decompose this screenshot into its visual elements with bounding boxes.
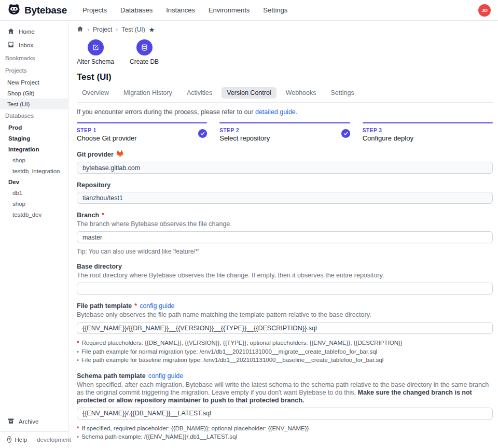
repository-input[interactable] xyxy=(77,192,493,204)
top-navbar: Bytebase Projects Databases Instances En… xyxy=(0,0,498,21)
schema-path-template-description: When specified, after each migration, By… xyxy=(77,381,493,404)
sidebar-db-item-db1[interactable]: db1 xyxy=(0,187,68,198)
note-required-placeholders: * Required placeholders: {{DB_NAME}}, {{… xyxy=(77,339,493,347)
sidebar-help-row: ? Help development xyxy=(0,432,68,448)
step-2-check-icon xyxy=(341,129,350,138)
sidebar-item-new-project[interactable]: New Project xyxy=(0,77,68,88)
tab-migration-history[interactable]: Migration History xyxy=(118,87,177,99)
required-asterisk: * xyxy=(102,212,104,219)
sidebar-section-bookmarks[interactable]: Bookmarks xyxy=(0,52,68,64)
note-text: Schema path example: /{{ENV_NAME}}/.db1_… xyxy=(81,432,237,441)
file-path-config-guide-link[interactable]: config guide xyxy=(140,302,174,310)
breadcrumb-separator: › xyxy=(116,26,118,33)
nav-link-instances[interactable]: Instances xyxy=(166,6,195,14)
tab-version-control[interactable]: Version Control xyxy=(222,87,276,99)
breadcrumb-separator: › xyxy=(87,26,89,33)
database-icon xyxy=(136,39,153,55)
help-label[interactable]: Help xyxy=(15,437,27,443)
field-label-text: Base directory xyxy=(77,263,122,270)
schema-path-config-guide-link[interactable]: config guide xyxy=(148,372,183,380)
nav-link-projects[interactable]: Projects xyxy=(82,6,107,14)
favorite-star-icon[interactable]: ★ xyxy=(149,26,155,33)
alter-schema-button[interactable]: Alter Schema xyxy=(77,39,114,65)
sidebar-db-item-shop[interactable]: shop xyxy=(0,155,68,165)
brand-name: Bytebase xyxy=(24,5,67,16)
sidebar-db-item-testdb-integration[interactable]: testdb_integration xyxy=(0,165,68,176)
branch-field: Branch * The branch where Bytebase obser… xyxy=(77,212,493,255)
note-text: File path example for baseline migration… xyxy=(81,356,383,365)
tab-activities[interactable]: Activities xyxy=(182,87,217,99)
step-2: STEP 2 Select repository xyxy=(219,122,350,142)
step-progress-bar xyxy=(219,122,350,123)
file-path-template-field: File path template * config guide Byteba… xyxy=(77,302,493,365)
branch-tip: Tip: You can also use wildcard like 'fea… xyxy=(77,248,493,255)
base-directory-label: Base directory xyxy=(77,263,493,270)
field-label-text: Git provider xyxy=(77,151,114,158)
bytebase-logo[interactable]: Bytebase xyxy=(7,3,67,18)
field-label-text: Branch xyxy=(77,212,99,219)
base-directory-input[interactable] xyxy=(77,283,493,295)
sidebar-section-databases[interactable]: Databases xyxy=(0,109,68,122)
sidebar-db-group-staging[interactable]: Staging xyxy=(0,133,68,144)
detailed-guide-link[interactable]: detailed guide. xyxy=(255,108,297,116)
note-schema-required: * If specified, required placeholder: {{… xyxy=(77,424,493,433)
sidebar-db-group-integration[interactable]: Integration xyxy=(0,144,68,155)
sidebar-db-group-dev[interactable]: Dev xyxy=(0,176,68,187)
file-path-notes: * Required placeholders: {{DB_NAME}}, {{… xyxy=(77,339,493,365)
left-sidebar: Home Inbox Bookmarks Projects New Projec… xyxy=(0,21,68,448)
nav-link-settings[interactable]: Settings xyxy=(263,6,287,14)
repository-label: Repository xyxy=(77,181,493,189)
step-1: STEP 1 Choose Git provider xyxy=(77,122,207,142)
branch-label: Branch * xyxy=(77,212,493,219)
sidebar-db-item-shop-dev[interactable]: shop xyxy=(0,198,68,209)
note-baseline-example: • File path example for baseline migrati… xyxy=(77,356,493,365)
sidebar-db-item-testdb-dev[interactable]: testdb_dev xyxy=(0,209,68,220)
schema-path-template-input[interactable] xyxy=(77,408,493,419)
breadcrumb-current[interactable]: Test (UI) xyxy=(121,26,145,33)
branch-description: The branch where Bytebase observes the f… xyxy=(77,220,493,228)
field-label-text: Schema path template xyxy=(77,372,146,380)
schema-path-notes: * If specified, required placeholder: {{… xyxy=(77,424,493,441)
user-avatar[interactable]: JD xyxy=(478,4,491,17)
git-provider-label: Git provider xyxy=(77,150,493,159)
step-title: Select repository xyxy=(219,134,350,142)
note-marker: • xyxy=(77,347,79,356)
step-number: STEP 1 xyxy=(77,128,207,133)
note-marker: • xyxy=(77,432,79,441)
intro-message: If you encounter errors during the proce… xyxy=(77,108,253,116)
alter-schema-label: Alter Schema xyxy=(77,58,114,65)
step-title: Choose Git provider xyxy=(77,134,207,142)
required-asterisk: * xyxy=(134,302,137,310)
breadcrumb-project[interactable]: Project xyxy=(93,26,112,33)
sidebar-item-test-ui[interactable]: Test (UI) xyxy=(0,99,68,109)
version-label: development xyxy=(37,437,71,443)
sidebar-item-inbox[interactable]: Inbox xyxy=(0,38,68,52)
main-content: › Project › Test (UI) ★ Alter Schema Cre… xyxy=(68,21,498,448)
create-db-button[interactable]: Create DB xyxy=(130,39,159,65)
help-icon: ? xyxy=(7,436,11,443)
git-provider-input[interactable] xyxy=(77,162,493,174)
step-progress-bar xyxy=(363,122,493,123)
note-schema-example: • Schema path example: /{{ENV_NAME}}/.db… xyxy=(77,432,493,441)
page-title: Test (UI) xyxy=(77,72,493,82)
gitlab-icon xyxy=(116,150,123,159)
tab-webhooks[interactable]: Webhooks xyxy=(281,87,322,99)
step-title: Configure deploy xyxy=(363,134,493,142)
repository-config-form: Git provider Repository Bran xyxy=(77,150,493,441)
quick-actions: Alter Schema Create DB xyxy=(77,39,493,65)
sidebar-item-shop-git[interactable]: Shop (Git) xyxy=(0,88,68,99)
schema-path-template-label: Schema path template config guide xyxy=(77,372,493,380)
tab-overview[interactable]: Overview xyxy=(77,87,114,99)
branch-input[interactable] xyxy=(77,231,493,243)
file-path-template-input[interactable] xyxy=(77,322,493,334)
breadcrumb-home-icon[interactable] xyxy=(77,25,84,34)
inbox-icon xyxy=(7,41,15,49)
sidebar-section-projects[interactable]: Projects xyxy=(0,64,68,77)
archive-icon xyxy=(7,417,15,426)
tab-settings[interactable]: Settings xyxy=(326,87,359,99)
nav-link-environments[interactable]: Environments xyxy=(209,6,250,14)
sidebar-item-archive[interactable]: Archive xyxy=(0,415,68,428)
sidebar-item-home[interactable]: Home xyxy=(0,25,68,38)
sidebar-db-group-prod[interactable]: Prod xyxy=(0,122,68,133)
nav-link-databases[interactable]: Databases xyxy=(120,6,153,14)
